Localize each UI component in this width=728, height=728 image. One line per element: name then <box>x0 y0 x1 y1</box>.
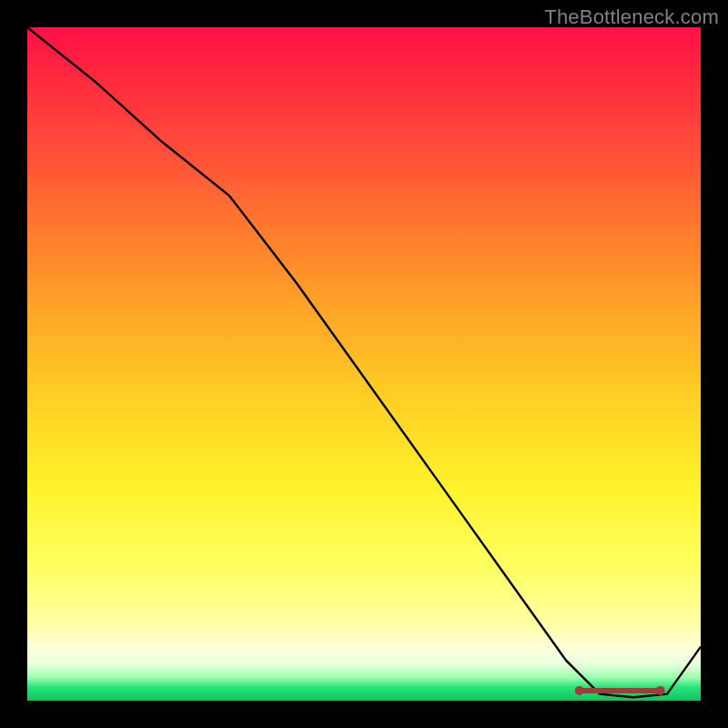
attribution-text: TheBottleneck.com <box>544 5 719 29</box>
chart-plot-area <box>27 27 701 701</box>
optimal-range-end-dot <box>656 686 665 695</box>
optimal-range-start-dot <box>575 686 584 695</box>
bottleneck-curve <box>27 27 701 697</box>
chart-svg <box>27 27 701 701</box>
